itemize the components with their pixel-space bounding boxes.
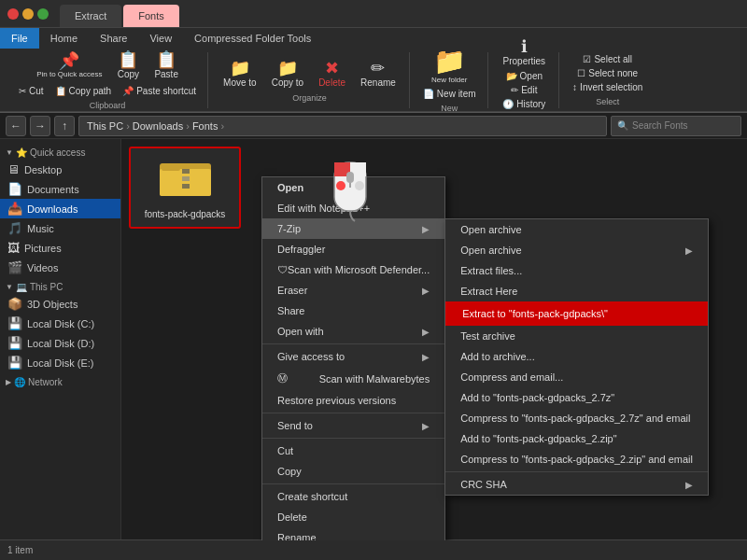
ribbon-tab-view[interactable]: View xyxy=(138,28,183,49)
network-label: Network xyxy=(28,377,63,387)
paste-shortcut-btn[interactable]: 📌 Paste shortcut xyxy=(119,85,200,97)
sm-add-7z[interactable]: Add to "fonts-pack-gdpacks_2.7z" xyxy=(445,387,708,408)
sm-add-to-archive[interactable]: Add to archive... xyxy=(445,346,708,367)
select-all-btn[interactable]: ☑ Select all xyxy=(579,53,636,65)
sidebar-item-desktop[interactable]: 🖥 Desktop xyxy=(0,160,120,179)
sidebar-section-quickaccess[interactable]: ▼ ⭐ Quick access xyxy=(0,143,120,160)
ribbon-tab-file[interactable]: File xyxy=(0,28,39,49)
select-none-btn[interactable]: ☐ Select none xyxy=(573,67,641,79)
sm-extract-here[interactable]: Extract Here xyxy=(445,281,708,301)
address-path[interactable]: This PC › Downloads › Fonts › xyxy=(78,116,607,136)
sidebar-item-documents[interactable]: 📄 Documents xyxy=(0,179,120,199)
copy-btn[interactable]: 📋 Copy xyxy=(111,49,145,81)
cm-copy[interactable]: Copy xyxy=(262,461,444,482)
new-folder-icon: 📁 xyxy=(433,49,466,75)
search-box[interactable]: 🔍 Search Fonts xyxy=(611,116,741,136)
status-text: 1 item xyxy=(7,545,33,555)
clipboard-label: Clipboard xyxy=(90,101,126,110)
window-controls xyxy=(7,8,49,20)
folder-zip-icon xyxy=(160,156,211,205)
open-btn[interactable]: 📂 Open xyxy=(502,70,546,82)
sm-test-archive[interactable]: Test archive xyxy=(445,326,708,346)
sm-add-zip[interactable]: Add to "fonts-pack-gdpacks_2.zip" xyxy=(445,428,708,449)
cm-malwarebytes[interactable]: Ⓜ Scan with Malwarebytes xyxy=(262,367,444,390)
sidebar-item-pictures[interactable]: 🖼 Pictures xyxy=(0,238,120,258)
downloads-icon: 📥 xyxy=(7,202,22,216)
desktop-label: Desktop xyxy=(24,164,62,175)
cm-scan-defender[interactable]: 🛡 Scan with Microsoft Defender... xyxy=(262,259,444,280)
pictures-icon: 🖼 xyxy=(7,241,20,255)
sm-compress-7z-email[interactable]: Compress to "fonts-pack-gdpacks_2.7z" an… xyxy=(445,408,708,428)
pictures-label: Pictures xyxy=(24,243,62,254)
cm-cut[interactable]: Cut xyxy=(262,441,444,461)
desktop-icon: 🖥 xyxy=(7,162,20,176)
sm-compress-email[interactable]: Compress and email... xyxy=(445,367,708,387)
sidebar-item-3dobjects[interactable]: 📦 3D Objects xyxy=(0,294,120,314)
sidebar-item-downloads[interactable]: 📥 Downloads xyxy=(0,199,120,218)
history-btn[interactable]: 🕐 History xyxy=(499,98,549,110)
copy-path-btn[interactable]: 📋 Copy path xyxy=(51,85,116,97)
cm-share[interactable]: Share xyxy=(262,301,444,321)
up-button[interactable]: ↑ xyxy=(54,116,75,136)
sidebar-item-music[interactable]: 🎵 Music xyxy=(0,218,120,238)
maximize-btn[interactable] xyxy=(37,8,49,20)
ribbon-tab-share[interactable]: Share xyxy=(89,28,138,49)
cm-give-access[interactable]: Give access to ▶ xyxy=(262,346,444,367)
path-this-pc: This PC xyxy=(87,120,123,132)
sm-extract-files[interactable]: Extract files... xyxy=(445,260,708,281)
sidebar-section-thispc[interactable]: ▼ 💻 This PC xyxy=(0,277,120,294)
paste-icon: 📋 xyxy=(156,51,176,68)
cm-create-shortcut[interactable]: Create shortcut xyxy=(262,486,444,507)
cm-restore-versions[interactable]: Restore previous versions xyxy=(262,390,444,411)
ribbon-tab-home[interactable]: Home xyxy=(39,28,89,49)
minimize-btn[interactable] xyxy=(22,8,34,20)
cm-send-to[interactable]: Send to ▶ xyxy=(262,415,444,436)
sidebar-item-localdiskd[interactable]: 💾 Local Disk (D:) xyxy=(0,333,120,353)
sm-open-archive-2[interactable]: Open archive ▶ xyxy=(445,240,708,260)
back-button[interactable]: ← xyxy=(6,116,26,136)
cm-delete[interactable]: Delete xyxy=(262,507,444,527)
properties-btn[interactable]: ℹ Properties xyxy=(498,36,552,68)
pin-quick-access-btn[interactable]: 📌 Pin to Quick access xyxy=(31,50,107,81)
new-item-btn[interactable]: 📄 New item xyxy=(419,88,480,100)
thispc-arrow: ▼ xyxy=(6,283,13,291)
quickaccess-label: Quick access xyxy=(30,147,85,158)
paste-btn[interactable]: 📋 Paste xyxy=(148,49,184,81)
copy-to-btn[interactable]: 📁 Copy to xyxy=(266,58,309,90)
sm-crc-sha[interactable]: CRC SHA ▶ xyxy=(445,474,708,495)
forward-button[interactable]: → xyxy=(30,116,50,136)
sm-compress-zip-email[interactable]: Compress to "fonts-pack-gdpacks_2.zip" a… xyxy=(445,449,708,469)
ribbon-tab-compressed[interactable]: Compressed Folder Tools xyxy=(183,28,322,49)
invert-selection-btn[interactable]: ↕ Invert selection xyxy=(569,81,646,93)
cm-rename[interactable]: Rename xyxy=(262,527,444,540)
svg-rect-8 xyxy=(346,172,354,183)
cm-eraser[interactable]: Eraser ▶ xyxy=(262,280,444,301)
svg-rect-2 xyxy=(162,163,180,171)
sidebar-section-network[interactable]: ▶ 🌐 Network xyxy=(0,372,120,389)
sm-extract-to-folder[interactable]: Extract to "fonts-pack-gdpacks\" xyxy=(445,301,708,326)
svg-rect-4 xyxy=(182,176,190,181)
organize-label: Organize xyxy=(292,93,327,103)
delete-btn[interactable]: ✖ Delete xyxy=(313,58,351,90)
3dobjects-icon: 📦 xyxy=(7,297,22,311)
diskd-icon: 💾 xyxy=(7,336,22,350)
cm-open-with[interactable]: Open with ▶ xyxy=(262,321,444,342)
sidebar-item-videos[interactable]: 🎬 Videos xyxy=(0,258,120,277)
cut-btn[interactable]: ✂ Cut xyxy=(15,85,48,97)
sm-open-archive-1[interactable]: Open archive xyxy=(445,219,708,240)
tab-extract[interactable]: Extract xyxy=(60,5,121,27)
rename-btn[interactable]: ✏ Rename xyxy=(355,58,402,90)
tab-fonts[interactable]: Fonts xyxy=(123,5,179,27)
move-to-btn[interactable]: 📁 Move to xyxy=(218,58,262,90)
sidebar-item-localdiskc[interactable]: 💾 Local Disk (C:) xyxy=(0,314,120,333)
edit-btn[interactable]: ✏ Edit xyxy=(507,84,541,96)
cm-defraggler[interactable]: Defraggler xyxy=(262,239,444,259)
documents-label: Documents xyxy=(27,184,79,195)
select-label: Select xyxy=(596,97,619,106)
svg-point-10 xyxy=(355,181,364,190)
sidebar-item-localdiske[interactable]: 💾 Local Disk (E:) xyxy=(0,353,120,372)
thispc-label: This PC xyxy=(30,282,63,292)
file-item-fontspack[interactable]: fonts-pack-gdpacks xyxy=(129,147,241,229)
close-btn[interactable] xyxy=(7,8,19,20)
new-folder-btn[interactable]: 📁 New folder xyxy=(426,47,472,86)
